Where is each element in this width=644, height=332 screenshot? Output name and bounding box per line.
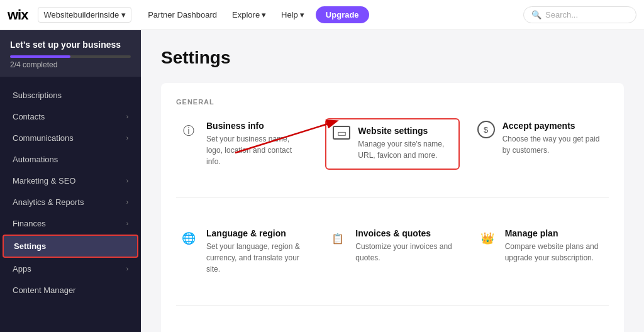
wix-logo: wix — [8, 7, 28, 23]
chevron-right-icon: › — [126, 265, 128, 272]
sidebar-item-apps[interactable]: Apps › — [3, 258, 138, 279]
search-icon: 🔍 — [531, 10, 541, 19]
chevron-right-icon: › — [126, 113, 128, 120]
item-desc: Customize your invoices and quotes. — [355, 241, 457, 263]
top-navigation: wix Websitebuilderinside ▾ Partner Dashb… — [0, 0, 644, 30]
settings-grid: ⓘ Business info Set your business name, … — [176, 118, 609, 332]
globe-icon: 🌐 — [179, 228, 199, 248]
browser-icon: ▭ — [333, 126, 350, 140]
chevron-right-icon: › — [126, 220, 128, 227]
sidebar-item-contacts[interactable]: Contacts › — [3, 106, 138, 127]
settings-item-manage-plan[interactable]: 👑 Manage plan Compare website plans and … — [475, 226, 609, 277]
item-desc: Set your language, region & currency, an… — [206, 241, 308, 275]
item-title: Manage plan — [505, 228, 606, 238]
payments-icon: $ — [477, 121, 495, 138]
explore-chevron-icon: ▾ — [262, 10, 266, 19]
divider-2 — [176, 305, 609, 306]
settings-item-accept-payments[interactable]: $ Accept payments Choose the way you get… — [475, 118, 609, 170]
sidebar-item-automations[interactable]: Automations — [3, 149, 138, 170]
item-desc: Manage your site's name, URL, favicon an… — [358, 138, 452, 161]
invoice-icon: 📋 — [328, 228, 348, 248]
page-title: Settings — [161, 48, 624, 68]
sidebar-item-subscriptions[interactable]: Subscriptions — [3, 85, 138, 106]
item-desc: Set your business name, logo, location a… — [206, 133, 308, 167]
partner-dashboard-link[interactable]: Partner Dashboard — [142, 6, 223, 23]
settings-item-language-region[interactable]: 🌐 Language & region Set your language, r… — [176, 226, 310, 277]
help-chevron-icon: ▾ — [300, 10, 304, 19]
item-title: Business info — [206, 121, 308, 131]
info-icon: ⓘ — [179, 121, 199, 141]
main-content: Settings GENERAL ⓘ Business info Set you… — [141, 30, 644, 332]
settings-card: GENERAL ⓘ Business info Set your busines… — [161, 83, 624, 332]
item-title: Language & region — [206, 228, 308, 238]
chevron-right-icon: › — [126, 199, 128, 206]
setup-section[interactable]: Let's set up your business 2/4 completed — [0, 30, 141, 77]
setup-progress-fill — [10, 55, 70, 58]
explore-link[interactable]: Explore ▾ — [226, 6, 272, 23]
upgrade-button[interactable]: Upgrade — [316, 6, 369, 23]
setup-count: 2/4 completed — [10, 60, 131, 69]
sidebar-item-settings[interactable]: Settings — [3, 235, 138, 258]
item-title: Website settings — [358, 126, 452, 136]
crown-icon: 👑 — [477, 228, 497, 248]
settings-item-website-settings[interactable]: ▭ Website settings Manage your site's na… — [325, 118, 459, 170]
site-name: Websitebuilderinside — [43, 10, 119, 19]
sidebar-item-content-manager[interactable]: Content Manager — [3, 280, 138, 301]
nav-links: Partner Dashboard Explore ▾ Help ▾ — [142, 6, 311, 23]
sidebar-item-marketing-seo[interactable]: Marketing & SEO › — [3, 170, 138, 191]
search-placeholder: Search... — [545, 10, 578, 19]
item-title: Accept payments — [502, 121, 606, 131]
setup-progress-bar — [10, 55, 131, 58]
setup-title: Let's set up your business — [10, 39, 131, 50]
settings-item-business-info[interactable]: ⓘ Business info Set your business name, … — [176, 118, 310, 170]
chevron-right-icon: › — [126, 177, 128, 184]
item-title: Invoices & quotes — [355, 228, 457, 238]
divider — [176, 197, 609, 198]
section-label: GENERAL — [176, 98, 609, 106]
chevron-right-icon: › — [126, 135, 128, 141]
settings-item-invoices-quotes[interactable]: 📋 Invoices & quotes Customize your invoi… — [325, 226, 459, 277]
search-box[interactable]: 🔍 Search... — [523, 6, 636, 23]
sidebar: Let's set up your business 2/4 completed… — [0, 30, 141, 332]
sidebar-item-finances[interactable]: Finances › — [3, 213, 138, 234]
sidebar-item-communications[interactable]: Communications › — [3, 128, 138, 148]
item-desc: Compare website plans and upgrade your s… — [505, 241, 606, 263]
sidebar-menu: Subscriptions Contacts › Communications … — [0, 82, 141, 304]
sidebar-item-analytics-reports[interactable]: Analytics & Reports › — [3, 192, 138, 213]
item-desc: Choose the way you get paid by customers… — [502, 133, 606, 156]
chevron-down-icon: ▾ — [121, 10, 126, 19]
site-selector[interactable]: Websitebuilderinside ▾ — [38, 7, 131, 23]
help-link[interactable]: Help ▾ — [275, 6, 311, 23]
